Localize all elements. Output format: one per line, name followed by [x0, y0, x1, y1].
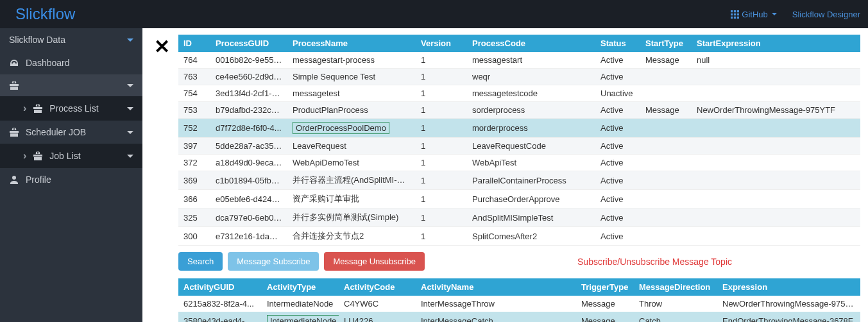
chevron-down-icon: [127, 131, 133, 134]
process-table: IDProcessGUIDProcessNameVersionProcessCo…: [178, 35, 860, 246]
cell: [692, 69, 860, 85]
highlighted-cell: OrderProcessPoolDemo: [293, 122, 389, 134]
brand-logo[interactable]: Slickflow: [15, 5, 75, 23]
table-row[interactable]: 372a18d49d0-9eca-4...WebApiDemoTest1WebA…: [178, 155, 860, 171]
cell: 1: [416, 85, 467, 102]
designer-link[interactable]: Slickflow Designer: [792, 10, 860, 19]
activity-table: ActivityGUIDActivityTypeActivityCodeActi…: [178, 278, 860, 322]
col-header[interactable]: ProcessCode: [467, 35, 595, 52]
cell: Active: [595, 208, 640, 227]
cell: morderprocess: [467, 119, 595, 138]
topic-note: Subscribe/Unsubscribe Message Topic: [577, 257, 732, 267]
cell: PurchaseOrderApprove: [467, 190, 595, 208]
sidebar: Slickflow Data Dashboard: [0, 28, 142, 322]
cell: Active: [595, 102, 640, 119]
cell: 1: [416, 190, 467, 208]
col-header[interactable]: ActivityName: [416, 278, 576, 296]
cell: 3ed13f4d-2cf1-4f...: [210, 85, 287, 102]
col-header[interactable]: ActivityGUID: [178, 278, 262, 296]
col-header[interactable]: ID: [178, 35, 210, 52]
table-row[interactable]: 300e7312e16-1da5-...合并连接分支节点21SplitComes…: [178, 227, 860, 246]
cell: 1: [416, 171, 467, 190]
sidebar-label: Job List: [49, 151, 80, 161]
sidebar-item-job-list[interactable]: Job List: [19, 144, 142, 168]
cell: Message: [640, 52, 692, 69]
cell: WebApiTest: [467, 155, 595, 171]
table-row[interactable]: 3580e43d-ead4-...IntermediateNodeLU4226I…: [178, 312, 860, 322]
cell: dca797e0-6eb0-4...: [210, 208, 287, 227]
cell: AndSplitMISimpleTest: [467, 208, 595, 227]
sidebar-item-scheduler[interactable]: Scheduler JOB: [0, 121, 142, 144]
sidebar-item-process-list[interactable]: Process List: [19, 96, 142, 121]
cell: Active: [595, 52, 640, 69]
table-row[interactable]: 3975dde28a7-ac35-4...LeaveRequest1LeaveR…: [178, 138, 860, 155]
user-icon: [9, 175, 19, 184]
svg-rect-7: [734, 16, 736, 18]
col-header[interactable]: Status: [595, 35, 640, 52]
arrow-right-icon: [23, 150, 26, 162]
table-row[interactable]: 763ce4ee560-2d9d-...Simple Sequence Test…: [178, 69, 860, 85]
col-header[interactable]: TriggerType: [576, 278, 634, 296]
cell: Message: [640, 102, 692, 119]
col-header[interactable]: ActivityType: [262, 278, 339, 296]
table-row[interactable]: 369c1b01894-05fb-4...并行容器主流程(AndSplitMI-…: [178, 171, 860, 190]
col-header[interactable]: Version: [416, 35, 467, 52]
close-icon[interactable]: ✕: [154, 37, 170, 56]
cell: InterMessageCatch: [416, 312, 576, 322]
cell: LeaveRequest: [287, 138, 416, 155]
table-row[interactable]: 366e05ebfe6-d424-4...资产采购订单审批1PurchaseOr…: [178, 190, 860, 208]
cell: OrderProcessPoolDemo: [287, 119, 416, 138]
subscribe-button[interactable]: Message Subscribe: [228, 252, 319, 271]
cell: [692, 85, 860, 102]
cell: Message: [576, 312, 634, 322]
cell: [692, 119, 860, 138]
cell: 5dde28a7-ac35-4...: [210, 138, 287, 155]
cell: LU4226: [339, 312, 416, 322]
top-bar: Slickflow GitHub Slickflow Designer: [0, 0, 868, 28]
table-row[interactable]: 325dca797e0-6eb0-4...并行多实例简单测试(Simple)1A…: [178, 208, 860, 227]
cell: [692, 155, 860, 171]
cell: Throw: [634, 296, 717, 312]
gift-icon: [9, 81, 19, 90]
col-header[interactable]: ProcessName: [287, 35, 416, 52]
cell: 369: [178, 171, 210, 190]
cell: 1: [416, 102, 467, 119]
sidebar-item-dashboard[interactable]: Dashboard: [0, 51, 142, 74]
svg-rect-5: [737, 13, 739, 15]
cell: 752: [178, 119, 210, 138]
col-header[interactable]: ProcessGUID: [210, 35, 287, 52]
cell: e05ebfe6-d424-4...: [210, 190, 287, 208]
sidebar-root[interactable]: Slickflow Data: [0, 28, 142, 51]
cell: [692, 208, 860, 227]
table-row[interactable]: 752d7f72d8e-f6f0-4...OrderProcessPoolDem…: [178, 119, 860, 138]
unsubscribe-button[interactable]: Message Unsubscribe: [324, 252, 425, 271]
cell: 6215a832-8f2a-4...: [178, 296, 262, 312]
cell: messagestart-process: [287, 52, 416, 69]
cell: 753: [178, 102, 210, 119]
table-row[interactable]: 6215a832-8f2a-4...IntermediateNodeC4YW6C…: [178, 296, 860, 312]
chevron-down-icon: [127, 38, 133, 42]
sidebar-item-profile[interactable]: Profile: [0, 168, 142, 191]
table-row[interactable]: 7543ed13f4d-2cf1-4f...messagetest1messag…: [178, 85, 860, 102]
col-header[interactable]: StartExpression: [692, 35, 860, 52]
col-header[interactable]: MessageDirection: [634, 278, 717, 296]
col-header[interactable]: ActivityCode: [339, 278, 416, 296]
cell: sorderprocess: [467, 102, 595, 119]
svg-rect-8: [737, 16, 739, 18]
col-header[interactable]: StartType: [640, 35, 692, 52]
grid-icon: [731, 10, 739, 19]
cell: IntermediateNode: [262, 312, 339, 322]
cell: ProductPlanProcess: [287, 102, 416, 119]
cell: [692, 227, 860, 246]
cell: Unactive: [595, 85, 640, 102]
cell: [692, 190, 860, 208]
svg-rect-4: [734, 13, 736, 15]
cell: EndOrderThrowingMessage-3678F: [717, 312, 860, 322]
sidebar-item-group[interactable]: [0, 74, 142, 96]
github-link[interactable]: GitHub: [731, 10, 776, 19]
col-header[interactable]: Expression: [717, 278, 860, 296]
table-row[interactable]: 753b79dafbd-232c-4...ProductPlanProcess1…: [178, 102, 860, 119]
github-label: GitHub: [742, 10, 767, 19]
table-row[interactable]: 7640016b82c-9e55-4...messagestart-proces…: [178, 52, 860, 69]
search-button[interactable]: Search: [178, 252, 223, 271]
